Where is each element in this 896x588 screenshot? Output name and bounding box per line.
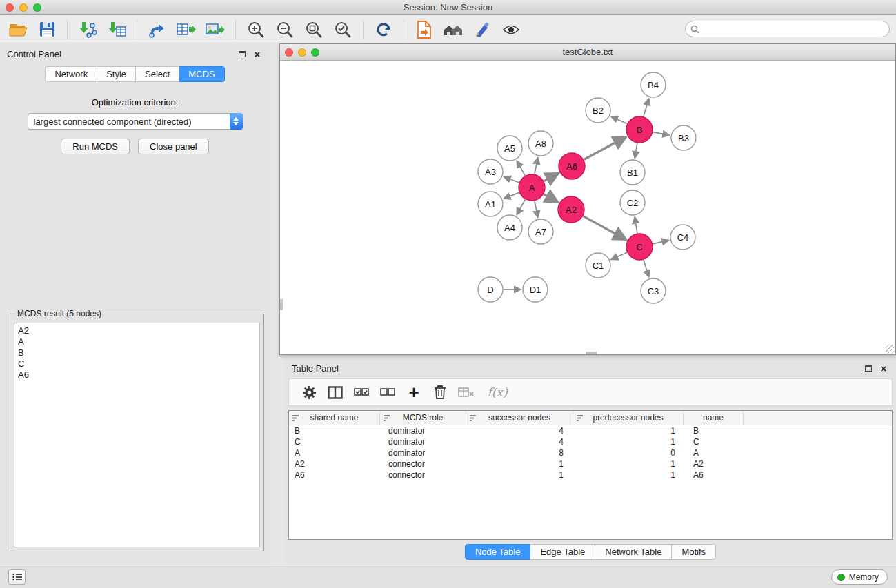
column-visibility-button[interactable]	[322, 381, 348, 404]
graph-node-A1[interactable]: A1	[478, 192, 503, 216]
table-cell[interactable]: connector	[380, 470, 466, 480]
graph-edge-C-C1[interactable]	[611, 252, 627, 259]
tab-network-table[interactable]: Network Table	[595, 544, 672, 560]
maximize-window-icon[interactable]	[33, 3, 41, 12]
table-cell[interactable]: 1	[466, 459, 573, 469]
graph-edge-A-A7[interactable]	[535, 201, 538, 218]
delete-table-button[interactable]	[453, 381, 479, 404]
table-row[interactable]: Adominator80A	[289, 447, 892, 458]
table-float-panel-button[interactable]	[863, 363, 874, 374]
graph-node-B4[interactable]: B4	[641, 72, 666, 97]
graph-node-B2[interactable]: B2	[586, 98, 610, 123]
graph-node-A4[interactable]: A4	[497, 215, 522, 240]
graph-edge-C-C2[interactable]	[635, 217, 637, 234]
network-minimize-icon[interactable]	[298, 48, 306, 57]
save-session-button[interactable]	[34, 18, 59, 41]
network-maximize-icon[interactable]	[311, 48, 319, 57]
run-mcds-button[interactable]: Run MCDS	[61, 139, 130, 154]
table-cell[interactable]: 1	[573, 437, 684, 447]
graph-edge-B-B2[interactable]	[611, 116, 627, 124]
graph-node-A5[interactable]: A5	[497, 136, 522, 161]
table-cell[interactable]: A2	[684, 459, 744, 469]
network-canvas[interactable]: B4B2BB3A5A8A6A3B1AC2A1A2A4A7C4CC1C3DD1	[280, 61, 895, 354]
table-row[interactable]: A2connector11A2	[289, 458, 892, 469]
table-cell[interactable]: A2	[289, 459, 380, 469]
column-header-mcds-role[interactable]: MCDS role	[380, 411, 466, 425]
network-close-icon[interactable]	[285, 48, 293, 57]
float-panel-button[interactable]	[237, 48, 248, 59]
graph-edge-A-A5[interactable]	[517, 161, 525, 175]
graph-node-A8[interactable]: A8	[528, 131, 553, 156]
table-cell[interactable]: 4	[466, 426, 573, 436]
mcds-result-item[interactable]: C	[18, 358, 256, 369]
graph-node-C4[interactable]: C4	[670, 225, 695, 250]
table-cell[interactable]: dominator	[380, 426, 466, 436]
network-graph[interactable]: B4B2BB3A5A8A6A3B1AC2A1A2A4A7C4CC1C3DD1	[280, 61, 895, 354]
import-table-file-button[interactable]	[104, 18, 129, 41]
tab-node-table[interactable]: Node Table	[465, 544, 531, 560]
table-cell[interactable]: dominator	[380, 437, 466, 447]
graph-edge-A-A1[interactable]	[504, 192, 519, 199]
show-panels-button[interactable]	[8, 569, 26, 585]
graph-node-C[interactable]: C	[626, 234, 653, 260]
table-cell[interactable]: A6	[289, 470, 380, 480]
tab-motifs[interactable]: Motifs	[672, 544, 716, 560]
graph-node-D[interactable]: D	[478, 277, 503, 302]
table-cell[interactable]: 8	[466, 448, 573, 458]
table-cell[interactable]: B	[684, 426, 744, 436]
mcds-result-item[interactable]: A2	[18, 325, 256, 336]
table-row[interactable]: Cdominator41C	[289, 436, 892, 447]
column-header-shared-name[interactable]: shared name	[289, 411, 380, 425]
graph-node-A2[interactable]: A2	[558, 196, 584, 223]
column-header-name[interactable]: name	[684, 411, 744, 425]
tab-mcds[interactable]: MCDS	[179, 66, 224, 82]
table-cell[interactable]: C	[684, 437, 744, 447]
zoom-fit-button[interactable]	[301, 18, 326, 41]
export-network-button[interactable]	[145, 18, 170, 41]
mcds-result-item[interactable]: B	[18, 347, 256, 358]
graph-edge-B-B1[interactable]	[635, 143, 637, 159]
mcds-result-item[interactable]: A6	[18, 369, 256, 381]
column-header-predecessor-nodes[interactable]: predecessor nodes	[573, 411, 684, 425]
function-builder-button[interactable]: f(x)	[479, 381, 515, 404]
zoom-selected-button[interactable]	[330, 18, 355, 41]
table-row[interactable]: A6connector11A6	[289, 469, 892, 480]
table-cell[interactable]: 1	[466, 470, 573, 480]
table-cell[interactable]: dominator	[380, 448, 466, 458]
table-cell[interactable]: A6	[684, 470, 744, 480]
graph-node-D1[interactable]: D1	[523, 277, 548, 302]
table-cell[interactable]: 1	[573, 470, 684, 480]
table-row[interactable]: Bdominator41B	[289, 425, 892, 436]
table-cell[interactable]: connector	[380, 459, 466, 469]
style-brush-button[interactable]	[470, 18, 495, 41]
export-image-button[interactable]	[203, 18, 228, 41]
table-cell[interactable]: 0	[573, 448, 684, 458]
graph-edge-A-A3[interactable]	[504, 177, 519, 183]
table-cell[interactable]: 1	[573, 426, 684, 436]
mcds-result-list[interactable]: A2ABCA6	[14, 323, 260, 547]
zoom-in-button[interactable]	[243, 18, 268, 41]
session-snapshot-button[interactable]	[412, 18, 437, 41]
tab-select[interactable]: Select	[136, 66, 179, 82]
graph-node-B[interactable]: B	[626, 116, 653, 143]
graph-edge-B-B3[interactable]	[653, 132, 670, 135]
mcds-result-item[interactable]: A	[18, 336, 256, 347]
graph-edge-A2-C[interactable]	[584, 216, 626, 240]
table-cell[interactable]: 4	[466, 437, 573, 447]
table-close-panel-button[interactable]: ×	[878, 363, 889, 374]
minimize-window-icon[interactable]	[19, 3, 28, 12]
search-input[interactable]	[703, 24, 889, 34]
tab-edge-table[interactable]: Edge Table	[530, 544, 595, 560]
delete-columns-button[interactable]	[427, 381, 453, 404]
graph-node-B1[interactable]: B1	[620, 160, 645, 185]
table-cell[interactable]: A	[289, 448, 380, 458]
memory-button[interactable]: Memory	[831, 569, 888, 585]
home-button[interactable]	[441, 18, 466, 41]
graph-edge-A-A6[interactable]	[544, 173, 559, 181]
graph-edge-A6-B[interactable]	[584, 137, 626, 160]
table-cell[interactable]: A	[684, 448, 744, 458]
graph-node-A3[interactable]: A3	[478, 159, 503, 184]
import-network-file-button[interactable]	[75, 18, 100, 41]
tab-style[interactable]: Style	[97, 66, 136, 82]
export-table-button[interactable]	[174, 18, 199, 41]
